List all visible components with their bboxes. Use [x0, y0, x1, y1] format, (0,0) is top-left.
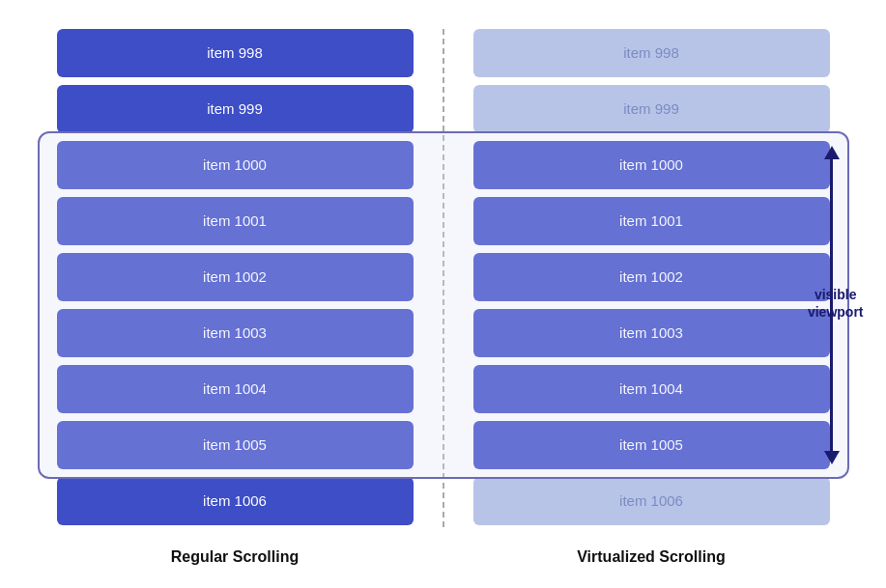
item-1006-left: item 1006 [57, 477, 414, 525]
columns-wrapper: item 998item 999item 1000item 1001item 1… [28, 19, 859, 537]
right-column: item 998item 999item 1000item 1001item 1… [444, 19, 859, 537]
item-1002-left: item 1002 [57, 253, 414, 301]
item-1001-left: item 1001 [57, 197, 414, 245]
item-1004-left: item 1004 [57, 365, 414, 413]
left-column: item 998item 999item 1000item 1001item 1… [28, 19, 443, 537]
diagram-container: item 998item 999item 1000item 1001item 1… [28, 19, 859, 570]
item-999-left: item 999 [57, 85, 414, 133]
item-998-left: item 998 [57, 29, 414, 77]
arrow-up-icon [824, 146, 840, 159]
item-1000-right: item 1000 [473, 141, 830, 189]
left-column-label: Regular Scrolling [28, 545, 443, 570]
column-labels: Regular Scrolling Virtualized Scrolling [28, 545, 859, 570]
item-1003-left: item 1003 [57, 309, 414, 357]
item-1001-right: item 1001 [473, 197, 830, 245]
item-1005-left: item 1005 [57, 421, 414, 469]
item-1004-right: item 1004 [473, 365, 830, 413]
arrow-down-icon [824, 451, 840, 464]
right-column-label: Virtualized Scrolling [444, 545, 859, 570]
item-1002-right: item 1002 [473, 253, 830, 301]
item-1003-right: item 1003 [473, 309, 830, 357]
item-999-right: item 999 [473, 85, 830, 133]
item-1005-right: item 1005 [473, 421, 830, 469]
viewport-label: visibleviewport [808, 286, 864, 321]
item-998-right: item 998 [473, 29, 830, 77]
item-1006-right: item 1006 [473, 477, 830, 525]
item-1000-left: item 1000 [57, 141, 414, 189]
